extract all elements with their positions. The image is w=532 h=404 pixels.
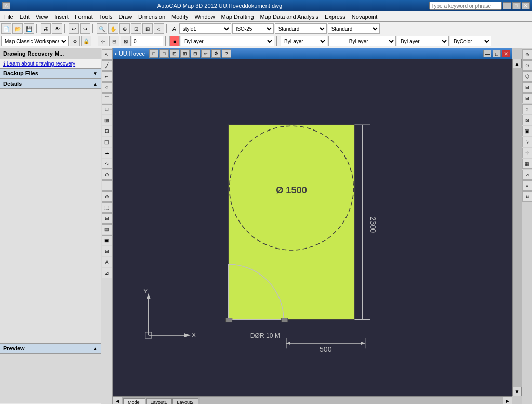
save-btn[interactable]: 💾 xyxy=(24,23,34,34)
color-combo[interactable]: ByLayer xyxy=(281,36,327,46)
doc-maximize-btn[interactable]: □ xyxy=(493,50,501,57)
details-section[interactable]: Details ▲ xyxy=(0,79,101,89)
doc-minimize-btn[interactable]: — xyxy=(483,50,491,57)
window-btn[interactable]: ⊞ xyxy=(142,23,153,34)
text-style-combo[interactable]: style1 xyxy=(179,23,231,34)
menu-modify[interactable]: Modify xyxy=(168,13,191,20)
tool-ellipse[interactable]: ⊙ xyxy=(102,170,112,180)
tool-hatch[interactable]: ▨ xyxy=(102,115,112,125)
doc-tool-6[interactable]: ✏ xyxy=(201,49,210,58)
tool-insert[interactable]: ⊕ xyxy=(102,191,112,202)
menu-draw[interactable]: Draw xyxy=(115,13,135,20)
rs-btn-1[interactable]: ⊕ xyxy=(522,49,533,60)
realtime-btn[interactable]: ⊕ xyxy=(119,23,130,34)
bylayer-color-btn[interactable]: ■ xyxy=(169,36,180,46)
right-scrollbar[interactable]: ▲ ▼ xyxy=(512,59,522,396)
bottom-scrollbar[interactable]: ◄ Model Layout1 Layout2 ► xyxy=(113,396,512,404)
scroll-right-btn[interactable]: ► xyxy=(503,397,512,404)
undo-btn[interactable]: ↩ xyxy=(69,23,79,34)
menu-map-data[interactable]: Map Data and Analysis xyxy=(257,13,322,20)
layer-combo[interactable]: ByLayer xyxy=(181,36,274,46)
menu-format[interactable]: Format xyxy=(72,13,96,20)
tool-pline[interactable]: ⌐ xyxy=(102,71,112,82)
coord-input[interactable] xyxy=(132,36,163,46)
new-btn[interactable]: 📄 xyxy=(1,23,11,34)
preview-btn[interactable]: 👁 xyxy=(52,23,62,34)
rs-btn-2[interactable]: ⊙ xyxy=(522,60,533,71)
menu-view[interactable]: View xyxy=(33,13,51,20)
tab-model[interactable]: Model xyxy=(123,398,145,404)
close-button[interactable]: ✕ xyxy=(522,2,530,9)
doc-tool-2[interactable]: □ xyxy=(159,49,169,58)
doc-tool-1[interactable]: □ xyxy=(149,49,158,58)
tool-wipeout[interactable]: ◫ xyxy=(102,137,112,147)
rs-btn-11[interactable]: ▦ xyxy=(522,159,533,169)
rs-btn-12[interactable]: ⊿ xyxy=(522,170,533,180)
preview-title[interactable]: Preview ▲ xyxy=(0,344,101,354)
tool-select[interactable]: ↖ xyxy=(102,49,112,60)
rs-btn-5[interactable]: ⊞ xyxy=(522,93,533,103)
plotstyle-combo[interactable]: ByColor xyxy=(450,36,491,46)
menu-edit[interactable]: Edit xyxy=(17,13,33,20)
tool-region[interactable]: ⊡ xyxy=(102,126,112,136)
tool-makeblock[interactable]: ⬚ xyxy=(102,202,112,213)
tool-revcloud[interactable]: ☁ xyxy=(102,148,112,158)
maximize-button[interactable]: □ xyxy=(512,2,521,9)
rs-btn-6[interactable]: ○ xyxy=(522,104,533,114)
rs-btn-8[interactable]: ▣ xyxy=(522,126,533,136)
tab-layout2[interactable]: Layout2 xyxy=(172,398,198,404)
rs-btn-14[interactable]: ≋ xyxy=(522,191,533,202)
menu-novapoint[interactable]: Novapoint xyxy=(349,13,381,20)
tool-spline[interactable]: ∿ xyxy=(102,159,112,169)
text-style2-combo[interactable]: Standard xyxy=(275,23,327,34)
rs-btn-3[interactable]: ⬡ xyxy=(522,71,533,82)
workspace-combo[interactable]: Map Classic Workspace xyxy=(1,36,69,46)
menu-file[interactable]: File xyxy=(1,13,17,20)
grid-btn[interactable]: ⊟ xyxy=(109,36,119,46)
tool-gradient[interactable]: ▤ xyxy=(102,224,112,234)
backup-files-section[interactable]: Backup Files ▼ xyxy=(0,68,101,79)
tool-table[interactable]: ⊞ xyxy=(102,246,112,256)
ws-settings-btn[interactable]: ⚙ xyxy=(70,36,80,46)
doc-tool-3[interactable]: ⊡ xyxy=(170,49,179,58)
linetype-combo[interactable]: ——— ByLayer xyxy=(328,36,396,46)
print-btn[interactable]: 🖨 xyxy=(41,23,51,34)
rs-btn-9[interactable]: ∿ xyxy=(522,137,533,147)
doc-tool-5[interactable]: ⊟ xyxy=(191,49,200,58)
menu-express[interactable]: Express xyxy=(322,13,349,20)
prev-btn[interactable]: ◁ xyxy=(154,23,164,34)
learn-link[interactable]: ℹ Learn about drawing recovery xyxy=(0,59,101,68)
snap-btn[interactable]: ⊹ xyxy=(98,36,108,46)
dim-style-combo[interactable]: ISO-25 xyxy=(232,23,274,34)
ortho-btn[interactable]: ⊠ xyxy=(121,36,131,46)
tool-mtext[interactable]: A xyxy=(102,257,112,267)
backup-arrow[interactable]: ▼ xyxy=(92,71,98,76)
open-btn[interactable]: 📂 xyxy=(12,23,23,34)
menu-map-drafting[interactable]: Map Drafting xyxy=(218,13,257,20)
scroll-up-btn[interactable]: ▲ xyxy=(513,59,522,68)
tool-arc[interactable]: ⌒ xyxy=(102,93,112,103)
redo-btn[interactable]: ↪ xyxy=(80,23,90,34)
tool-point[interactable]: · xyxy=(102,180,112,191)
minimize-button[interactable]: — xyxy=(503,2,511,9)
search-input[interactable] xyxy=(429,2,502,10)
preview-arrow[interactable]: ▲ xyxy=(92,346,98,351)
doc-tool-4[interactable]: ⊞ xyxy=(180,49,190,58)
scroll-down-btn[interactable]: ▼ xyxy=(513,387,522,396)
menu-insert[interactable]: Insert xyxy=(51,13,72,20)
tool-boundary[interactable]: ▣ xyxy=(102,235,112,245)
tool-line[interactable]: ╱ xyxy=(102,60,112,71)
lineweight-combo[interactable]: ByLayer xyxy=(397,36,449,46)
doc-tool-7[interactable]: ⚙ xyxy=(211,49,221,58)
doc-close-btn[interactable]: ✕ xyxy=(502,50,510,57)
rs-btn-10[interactable]: ⊹ xyxy=(522,148,533,158)
rs-btn-13[interactable]: ≡ xyxy=(522,180,533,191)
pan-btn[interactable]: ✋ xyxy=(108,23,118,34)
rs-btn-4[interactable]: ⊟ xyxy=(522,82,533,93)
scroll-left-btn[interactable]: ◄ xyxy=(113,397,122,404)
details-arrow[interactable]: ▲ xyxy=(92,81,98,87)
tool-rect[interactable]: □ xyxy=(102,104,112,114)
menu-dimension[interactable]: Dimension xyxy=(135,13,168,20)
menu-tools[interactable]: Tools xyxy=(96,13,116,20)
tool-attdef[interactable]: ⊟ xyxy=(102,213,112,224)
